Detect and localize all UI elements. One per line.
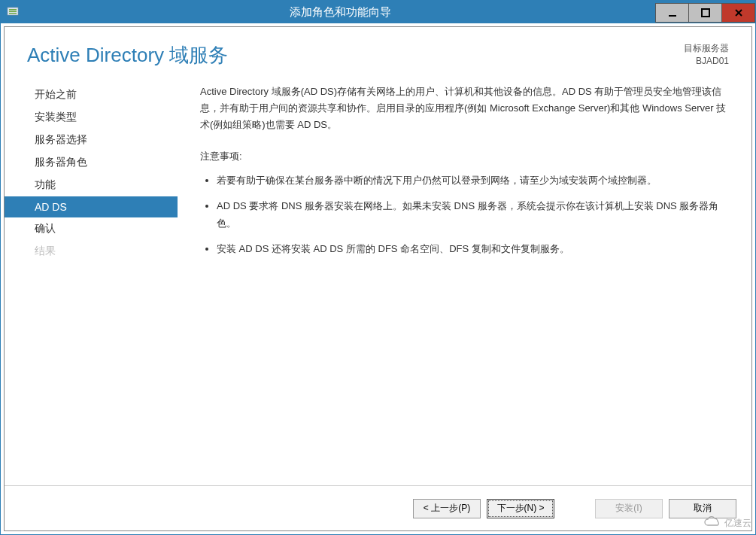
header-area: Active Directory 域服务 目标服务器 BJAD01 (5, 27, 751, 76)
sidebar-item-features[interactable]: 功能 (5, 174, 178, 196)
target-server-name: BJAD01 (684, 55, 729, 68)
titlebar: 添加角色和功能向导 (1, 1, 755, 23)
close-button[interactable] (721, 3, 755, 23)
wizard-window: 添加角色和功能向导 Active Directory 域服务 目标服务器 BJA… (0, 0, 756, 535)
svg-rect-1 (9, 9, 17, 11)
body-area: 开始之前 安装类型 服务器选择 服务器角色 功能 AD DS 确认 结果 Act… (5, 76, 751, 485)
maximize-icon (701, 8, 710, 17)
sidebar-item-installation-type[interactable]: 安装类型 (5, 106, 178, 129)
install-button: 安装(I) (595, 499, 663, 518)
window-title: 添加角色和功能向导 (25, 5, 655, 20)
content-frame: Active Directory 域服务 目标服务器 BJAD01 开始之前 安… (1, 23, 755, 534)
notes-list: 若要有助于确保在某台服务器中断的情况下用户仍然可以登录到网络，请至少为域安装两个… (200, 172, 729, 257)
minimize-button[interactable] (655, 3, 689, 23)
svg-rect-3 (9, 13, 17, 14)
watermark: 亿速云 (703, 516, 751, 530)
maximize-button[interactable] (688, 3, 722, 23)
next-button[interactable]: 下一步(N) > (487, 499, 554, 518)
svg-rect-5 (702, 9, 709, 17)
sidebar-item-server-roles[interactable]: 服务器角色 (5, 151, 178, 174)
minimize-icon (668, 8, 677, 17)
svg-rect-4 (669, 15, 676, 17)
app-icon (1, 1, 25, 23)
wizard-sidebar: 开始之前 安装类型 服务器选择 服务器角色 功能 AD DS 确认 结果 (5, 76, 178, 485)
note-item: 安装 AD DS 还将安装 AD DS 所需的 DFS 命名空间、DFS 复制和… (217, 241, 729, 257)
note-item: 若要有助于确保在某台服务器中断的情况下用户仍然可以登录到网络，请至少为域安装两个… (217, 172, 729, 189)
close-icon (734, 8, 743, 17)
previous-button[interactable]: < 上一步(P) (413, 499, 481, 518)
sidebar-item-results: 结果 (5, 240, 178, 263)
page-title: Active Directory 域服务 (27, 42, 228, 68)
inner-panel: Active Directory 域服务 目标服务器 BJAD01 开始之前 安… (4, 26, 752, 531)
cancel-button[interactable]: 取消 (669, 499, 736, 518)
window-controls (655, 2, 755, 23)
wizard-footer: < 上一步(P) 下一步(N) > 安装(I) 取消 (5, 485, 751, 530)
cloud-icon (703, 516, 721, 530)
notes-heading: 注意事项: (200, 148, 729, 165)
svg-rect-2 (9, 11, 17, 13)
sidebar-item-ad-ds[interactable]: AD DS (5, 196, 178, 217)
sidebar-item-before-you-begin[interactable]: 开始之前 (5, 84, 178, 106)
intro-text: Active Directory 域服务(AD DS)存储有关网络上的用户、计算… (200, 84, 729, 133)
main-panel: Active Directory 域服务(AD DS)存储有关网络上的用户、计算… (178, 76, 736, 485)
watermark-text: 亿速云 (724, 517, 751, 530)
sidebar-item-confirmation[interactable]: 确认 (5, 217, 178, 240)
server-manager-icon (7, 6, 19, 18)
sidebar-item-server-selection[interactable]: 服务器选择 (5, 129, 178, 151)
target-server-info: 目标服务器 BJAD01 (684, 42, 729, 68)
note-item: AD DS 要求将 DNS 服务器安装在网络上。如果未安装 DNS 服务器，系统… (217, 198, 729, 231)
target-server-label: 目标服务器 (684, 42, 729, 55)
